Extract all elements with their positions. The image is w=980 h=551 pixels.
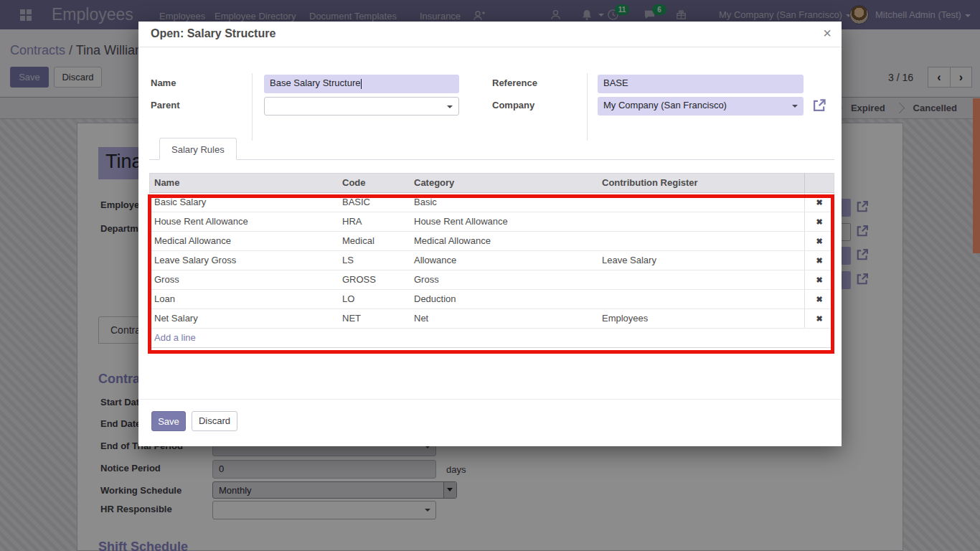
salary-structure-dialog: Open: Salary Structure × Name Parent Bas…	[138, 22, 842, 446]
cell-name: Gross	[150, 270, 338, 289]
cell-name: Basic Salary	[150, 193, 338, 212]
cell-name: Net Salary	[150, 309, 338, 328]
column-header-category[interactable]: Category	[410, 174, 598, 192]
column-header-name[interactable]: Name	[150, 174, 338, 192]
dialog-title: Open: Salary Structure	[151, 27, 275, 40]
cell-code: Medical	[338, 232, 410, 250]
delete-row-icon[interactable]: ✖	[804, 212, 834, 231]
table-row[interactable]: Loan LO Deduction ✖	[150, 290, 834, 309]
table-row[interactable]: Basic Salary BASIC Basic ✖	[150, 193, 834, 212]
name-label: Name	[151, 77, 176, 88]
name-input[interactable]: Base Salary Structure	[264, 75, 459, 93]
cell-category: Gross	[410, 270, 598, 289]
table-row[interactable]: Net Salary NET Net Employees ✖	[150, 309, 834, 329]
cell-register: Leave Salary	[598, 251, 804, 270]
tab-salary-rules[interactable]: Salary Rules	[159, 138, 237, 160]
cell-category: Basic	[410, 193, 598, 212]
column-header-code[interactable]: Code	[338, 174, 410, 192]
cell-category: House Rent Allowance	[410, 212, 598, 231]
column-header-register[interactable]: Contribution Register	[598, 174, 804, 192]
cell-code: NET	[338, 309, 410, 328]
column-separator	[252, 73, 253, 141]
text-cursor	[361, 79, 362, 89]
delete-row-icon[interactable]: ✖	[804, 193, 834, 212]
tab-underline	[149, 159, 834, 160]
cell-code: LS	[338, 251, 410, 270]
cell-code: HRA	[338, 212, 410, 231]
reference-value: BASE	[603, 77, 628, 88]
add-a-line-link[interactable]: Add a line	[150, 329, 834, 347]
dialog-header: Open: Salary Structure ×	[138, 22, 842, 47]
cell-code: GROSS	[338, 270, 410, 289]
table-row[interactable]: House Rent Allowance HRA House Rent Allo…	[150, 212, 834, 232]
cell-name: Medical Allowance	[150, 232, 338, 250]
external-link-icon[interactable]	[811, 98, 827, 113]
chevron-down-icon	[792, 105, 798, 108]
delete-row-icon[interactable]: ✖	[804, 309, 834, 328]
cell-code: LO	[338, 290, 410, 309]
table-row[interactable]: Medical Allowance Medical Medical Allowa…	[150, 232, 834, 251]
cell-register: Employees	[598, 309, 804, 328]
cell-register	[598, 270, 804, 289]
salary-rules-table: Name Code Category Contribution Register…	[149, 173, 834, 348]
company-label: Company	[492, 100, 534, 110]
cell-category: Allowance	[410, 251, 598, 270]
table-row[interactable]: Gross GROSS Gross ✖	[150, 270, 834, 290]
delete-row-icon[interactable]: ✖	[804, 251, 834, 270]
modal-discard-button[interactable]: Discard	[192, 411, 237, 431]
reference-label: Reference	[492, 77, 537, 88]
cell-name: Leave Salary Gross	[150, 251, 338, 270]
cell-name: Loan	[150, 290, 338, 309]
cell-name: House Rent Allowance	[150, 212, 338, 231]
table-row[interactable]: Leave Salary Gross LS Allowance Leave Sa…	[150, 251, 834, 270]
table-header-row: Name Code Category Contribution Register	[150, 174, 834, 193]
cell-category: Deduction	[410, 290, 598, 309]
column-separator	[587, 73, 588, 141]
cell-register	[598, 290, 804, 309]
cell-register	[598, 193, 804, 212]
delete-row-icon[interactable]: ✖	[804, 290, 834, 309]
modal-save-button[interactable]: Save	[151, 411, 186, 431]
delete-row-icon[interactable]: ✖	[804, 270, 834, 289]
cell-code: BASIC	[338, 193, 410, 212]
chevron-down-icon	[447, 105, 453, 108]
company-dropdown[interactable]: My Company (San Francisco)	[598, 97, 804, 116]
name-value: Base Salary Structure	[270, 77, 360, 88]
screen: Employees Employees Employee Directory D…	[0, 0, 980, 551]
column-header-delete	[804, 174, 834, 192]
reference-input[interactable]: BASE	[598, 75, 804, 93]
delete-row-icon[interactable]: ✖	[804, 232, 834, 250]
cell-category: Medical Allowance	[410, 232, 598, 250]
parent-dropdown[interactable]	[264, 97, 459, 116]
cell-register	[598, 212, 804, 231]
close-icon[interactable]: ×	[823, 25, 831, 42]
footer-divider	[138, 399, 842, 400]
parent-label: Parent	[151, 100, 179, 110]
cell-category: Net	[410, 309, 598, 328]
cell-register	[598, 232, 804, 250]
company-value: My Company (San Francisco)	[603, 100, 727, 110]
